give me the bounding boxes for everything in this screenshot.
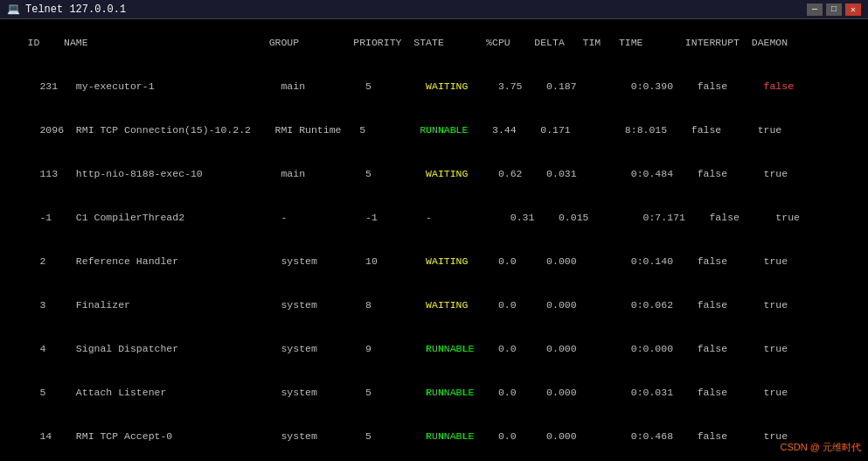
window-title: Telnet 127.0.0.1 bbox=[25, 3, 126, 16]
table-row: 2096 RMI TCP Connection(15)-10.2.2 RMI R… bbox=[3, 108, 865, 152]
minimize-button[interactable]: — bbox=[807, 3, 823, 16]
thread-table-header: ID NAME GROUP PRIORITY STATE %CPU DELTA … bbox=[3, 21, 865, 65]
title-bar: 💻 Telnet 127.0.0.1 — □ ✕ bbox=[0, 0, 868, 19]
table-row: 231 my-executor-1 main 5 WAITING 3.75 0.… bbox=[3, 65, 865, 108]
close-button[interactable]: ✕ bbox=[845, 3, 861, 16]
table-row: 113 http-nio-8188-exec-10 main 5 WAITING… bbox=[3, 152, 865, 196]
thread-rows: 231 my-executor-1 main 5 WAITING 3.75 0.… bbox=[3, 65, 865, 461]
maximize-button[interactable]: □ bbox=[826, 3, 842, 16]
terminal-icon: 💻 bbox=[7, 3, 20, 16]
terminal-content: ID NAME GROUP PRIORITY STATE %CPU DELTA … bbox=[0, 19, 868, 461]
table-row: 3 Finalizer system 8 WAITING 0.0 0.000 0… bbox=[3, 283, 865, 327]
table-row: 14 RMI TCP Accept-0 system 5 RUNNABLE 0.… bbox=[3, 415, 865, 458]
title-bar-controls: — □ ✕ bbox=[807, 3, 861, 16]
table-row: 2 Reference Handler system 10 WAITING 0.… bbox=[3, 240, 865, 283]
table-row: 5 Attach Listener system 5 RUNNABLE 0.0 … bbox=[3, 371, 865, 415]
title-bar-left: 💻 Telnet 127.0.0.1 bbox=[7, 3, 126, 16]
table-row: -1 C1 CompilerThread2 - -1 - 0.31 0.015 … bbox=[3, 196, 865, 240]
table-row: 4 Signal Dispatcher system 9 RUNNABLE 0.… bbox=[3, 327, 865, 371]
watermark: CSDN @ 元维时代 bbox=[781, 441, 861, 454]
